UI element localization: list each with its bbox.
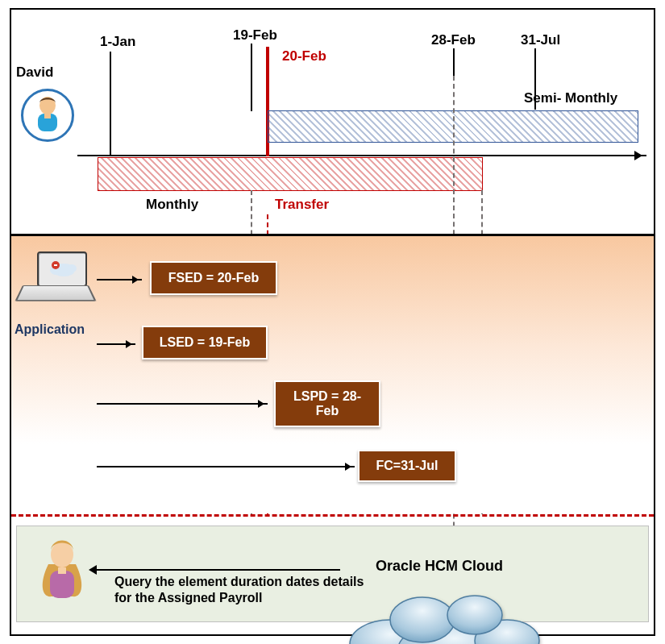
diagram-border: David 1-Jan 19-Feb 20-Feb 28-Feb 31-Jul … bbox=[10, 8, 655, 636]
arrow-to-fsed bbox=[97, 279, 142, 280]
tick-feb19 bbox=[251, 44, 252, 111]
cloud-label: Oracle HCM Cloud bbox=[376, 558, 503, 575]
arrow-to-lspd bbox=[97, 403, 268, 405]
svg-rect-10 bbox=[58, 567, 66, 574]
tick-jan1 bbox=[110, 52, 111, 155]
application-label: Application bbox=[15, 322, 85, 337]
svg-rect-9 bbox=[50, 571, 74, 598]
arrow-cloud-to-user-head bbox=[84, 565, 97, 575]
laptop-screen-cloud-icon bbox=[44, 257, 80, 281]
box-lsed: LSED = 19-Feb bbox=[142, 326, 268, 359]
svg-point-8 bbox=[51, 542, 73, 567]
tick-label-feb20: 20-Feb bbox=[282, 48, 326, 64]
tick-label-jul31: 31-Jul bbox=[521, 32, 560, 48]
transfer-label: Transfer bbox=[275, 197, 329, 213]
arrow-to-fc bbox=[97, 466, 355, 467]
laptop-icon bbox=[18, 251, 98, 312]
person-icon bbox=[29, 94, 66, 136]
mid-section-bg bbox=[11, 236, 654, 513]
box-lspd: LSPD = 28- Feb bbox=[274, 380, 380, 427]
tick-feb28 bbox=[453, 48, 455, 77]
timeline-axis bbox=[77, 155, 646, 156]
svg-point-15 bbox=[447, 596, 502, 634]
box-fc: FC=31-Jul bbox=[358, 450, 456, 482]
user-icon bbox=[34, 534, 90, 609]
bar-monthly-label: Monthly bbox=[146, 197, 198, 213]
svg-point-14 bbox=[390, 597, 455, 642]
diagram-frame: David 1-Jan 19-Feb 20-Feb 28-Feb 31-Jul … bbox=[0, 0, 665, 644]
box-fsed: FSED = 20-Feb bbox=[150, 261, 277, 295]
tick-label-feb19: 19-Feb bbox=[233, 27, 277, 44]
cloud-icon bbox=[334, 581, 665, 644]
tick-label-jan1: 1-Jan bbox=[100, 34, 135, 50]
svg-rect-2 bbox=[44, 114, 51, 118]
avatar bbox=[21, 89, 74, 142]
bar-monthly bbox=[98, 157, 483, 191]
tick-label-feb28: 28-Feb bbox=[431, 32, 476, 48]
arrow-to-lsed bbox=[97, 343, 135, 345]
bar-semi-label: Semi- Monthly bbox=[524, 90, 617, 106]
svg-rect-7 bbox=[54, 264, 57, 266]
divider-red-dashed bbox=[11, 514, 654, 517]
svg-point-5 bbox=[67, 264, 77, 272]
person-name-label: David bbox=[16, 64, 53, 81]
arrow-cloud-to-user-line bbox=[90, 569, 340, 571]
